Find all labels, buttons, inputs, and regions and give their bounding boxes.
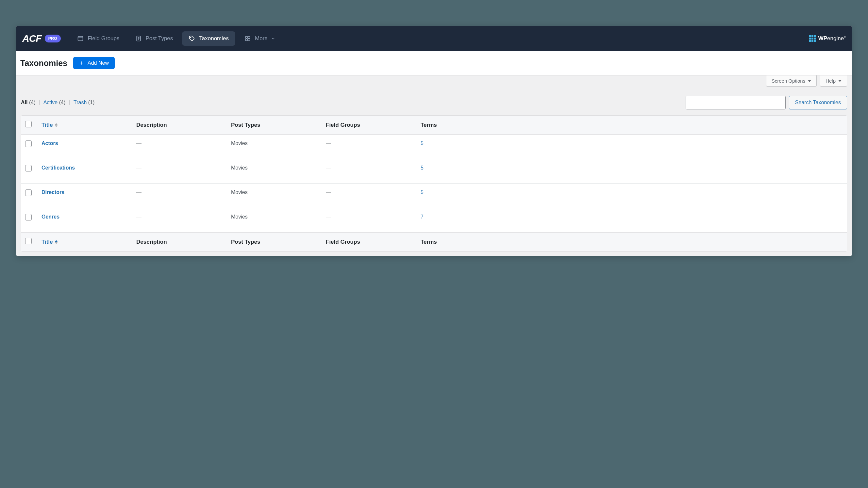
status-filters: All (4) | Active (4) | Trash (1) bbox=[21, 100, 94, 105]
table-row: Certifications—Movies—5 bbox=[21, 159, 847, 184]
column-title-sort-footer[interactable]: Title bbox=[41, 239, 58, 245]
grid-icon bbox=[244, 35, 251, 42]
select-all-checkbox[interactable] bbox=[25, 121, 32, 127]
row-title-link[interactable]: Certifications bbox=[41, 165, 75, 170]
nav-label: Post Types bbox=[146, 35, 173, 42]
triangle-down-icon bbox=[838, 80, 841, 82]
table-row: Genres—Movies—7 bbox=[21, 208, 847, 232]
nav-label: More bbox=[255, 35, 268, 42]
pro-badge: PRO bbox=[45, 35, 61, 42]
page-title: Taxonomies bbox=[20, 59, 67, 68]
filter-trash[interactable]: Trash (1) bbox=[73, 100, 94, 105]
wpengine-icon bbox=[809, 35, 816, 42]
tab-label: Help bbox=[826, 78, 836, 84]
column-label: Title bbox=[41, 239, 53, 245]
content-area: All (4) | Active (4) | Trash (1) Search … bbox=[16, 87, 852, 256]
row-post-types: Movies bbox=[231, 165, 248, 170]
column-description-footer: Description bbox=[132, 232, 227, 251]
filter-active[interactable]: Active (4) bbox=[43, 100, 66, 105]
row-description: — bbox=[136, 165, 142, 170]
sort-indicator-icon bbox=[55, 240, 58, 244]
row-field-groups: — bbox=[326, 165, 331, 170]
row-post-types: Movies bbox=[231, 190, 248, 195]
row-checkbox[interactable] bbox=[25, 214, 32, 221]
search-group: Search Taxonomies bbox=[686, 96, 847, 109]
row-terms-link[interactable]: 5 bbox=[421, 140, 424, 146]
help-tab[interactable]: Help bbox=[820, 75, 847, 87]
main-nav: Field Groups Post Types Taxonomies More bbox=[70, 31, 282, 46]
screen-tabs: Screen Options Help bbox=[16, 75, 852, 87]
row-description: — bbox=[136, 214, 142, 220]
tab-label: Screen Options bbox=[772, 78, 805, 84]
column-label: Title bbox=[41, 122, 53, 128]
row-field-groups: — bbox=[326, 140, 331, 146]
row-terms-link[interactable]: 5 bbox=[421, 190, 424, 195]
row-checkbox[interactable] bbox=[25, 190, 32, 196]
column-post-types-footer: Post Types bbox=[227, 232, 322, 251]
sort-indicator-icon bbox=[55, 123, 58, 127]
document-icon bbox=[135, 35, 142, 42]
panel-icon bbox=[77, 35, 84, 42]
svg-point-6 bbox=[190, 37, 191, 38]
separator: | bbox=[69, 100, 70, 105]
wpengine-eng: engine bbox=[827, 35, 844, 41]
nav-taxonomies[interactable]: Taxonomies bbox=[182, 31, 235, 46]
tag-icon bbox=[189, 35, 195, 42]
page-header: Taxonomies Add New bbox=[16, 51, 852, 75]
svg-rect-9 bbox=[245, 38, 247, 40]
chevron-down-icon bbox=[271, 36, 276, 41]
add-new-label: Add New bbox=[88, 60, 109, 66]
column-field-groups: Field Groups bbox=[322, 116, 417, 135]
svg-rect-8 bbox=[248, 36, 250, 38]
topbar: ACF PRO Field Groups Post Types Taxonomi… bbox=[16, 26, 852, 51]
nav-field-groups[interactable]: Field Groups bbox=[70, 31, 126, 46]
brand: ACF PRO bbox=[22, 33, 61, 44]
column-terms-footer: Terms bbox=[417, 232, 847, 251]
search-button[interactable]: Search Taxonomies bbox=[789, 96, 847, 109]
wpengine-brand: WPengine® bbox=[809, 35, 846, 42]
taxonomies-table: Title Description Post Types Field Group… bbox=[21, 115, 847, 252]
column-terms: Terms bbox=[417, 116, 847, 135]
nav-post-types[interactable]: Post Types bbox=[129, 31, 180, 46]
row-title-link[interactable]: Actors bbox=[41, 140, 58, 146]
plus-icon bbox=[79, 60, 84, 66]
separator: | bbox=[39, 100, 40, 105]
add-new-button[interactable]: Add New bbox=[73, 57, 115, 69]
row-field-groups: — bbox=[326, 190, 331, 195]
nav-more[interactable]: More bbox=[238, 31, 282, 46]
column-description: Description bbox=[132, 116, 227, 135]
table-row: Directors—Movies—5 bbox=[21, 184, 847, 208]
screen-options-tab[interactable]: Screen Options bbox=[766, 75, 817, 87]
column-post-types: Post Types bbox=[227, 116, 322, 135]
row-post-types: Movies bbox=[231, 140, 248, 146]
row-title-link[interactable]: Genres bbox=[41, 214, 60, 220]
triangle-down-icon bbox=[808, 80, 811, 82]
table-row: Actors—Movies—5 bbox=[21, 135, 847, 159]
row-terms-link[interactable]: 7 bbox=[421, 214, 424, 220]
app-window: ACF PRO Field Groups Post Types Taxonomi… bbox=[16, 26, 852, 256]
svg-rect-0 bbox=[78, 36, 83, 40]
row-terms-link[interactable]: 5 bbox=[421, 165, 424, 170]
column-title-sort[interactable]: Title bbox=[41, 122, 58, 128]
row-description: — bbox=[136, 140, 142, 146]
acf-logo: ACF bbox=[22, 33, 41, 44]
row-title-link[interactable]: Directors bbox=[41, 190, 64, 195]
wpengine-wp: WP bbox=[818, 35, 827, 41]
row-description: — bbox=[136, 190, 142, 195]
row-post-types: Movies bbox=[231, 214, 248, 220]
svg-rect-10 bbox=[248, 38, 250, 40]
nav-label: Field Groups bbox=[88, 35, 119, 42]
search-input[interactable] bbox=[686, 96, 786, 109]
select-all-checkbox-footer[interactable] bbox=[25, 238, 32, 244]
nav-label: Taxonomies bbox=[199, 35, 229, 42]
row-field-groups: — bbox=[326, 214, 331, 220]
row-checkbox[interactable] bbox=[25, 165, 32, 171]
column-field-groups-footer: Field Groups bbox=[322, 232, 417, 251]
svg-rect-7 bbox=[245, 36, 247, 38]
filter-search-row: All (4) | Active (4) | Trash (1) Search … bbox=[21, 96, 847, 109]
filter-all[interactable]: All (4) bbox=[21, 100, 35, 105]
row-checkbox[interactable] bbox=[25, 140, 32, 147]
